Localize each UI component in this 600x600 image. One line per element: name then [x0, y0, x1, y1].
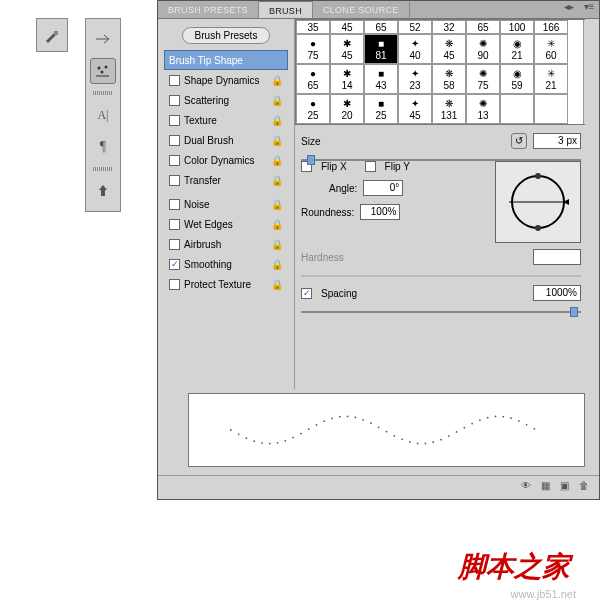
- brush-thumb[interactable]: ❋45: [432, 34, 466, 64]
- brush-thumb[interactable]: ■81: [364, 34, 398, 64]
- spacing-checkbox[interactable]: ✓: [301, 288, 312, 299]
- lock-icon[interactable]: 🔒: [271, 279, 283, 290]
- checkbox[interactable]: [169, 95, 180, 106]
- brush-thumb[interactable]: 35: [296, 20, 330, 34]
- svg-point-3: [101, 71, 104, 74]
- checkbox[interactable]: [169, 175, 180, 186]
- brush-thumb[interactable]: ■43: [364, 64, 398, 94]
- delete-icon[interactable]: 🗑: [579, 480, 589, 491]
- angle-dial[interactable]: [495, 161, 581, 243]
- lock-icon[interactable]: 🔒: [271, 239, 283, 250]
- brush-thumb[interactable]: 166: [534, 20, 568, 34]
- option-texture[interactable]: Texture🔒: [164, 110, 288, 130]
- panel-menu-icon[interactable]: ▾≡: [579, 1, 599, 18]
- checkbox[interactable]: [169, 219, 180, 230]
- lock-icon[interactable]: 🔒: [271, 95, 283, 106]
- lock-icon[interactable]: 🔒: [271, 175, 283, 186]
- brush-tool-icon[interactable]: [40, 23, 64, 47]
- svg-point-31: [401, 438, 403, 440]
- option-dual-brush[interactable]: Dual Brush🔒: [164, 130, 288, 150]
- checkbox[interactable]: [169, 135, 180, 146]
- opt-scatter-icon[interactable]: [90, 58, 116, 84]
- brush-thumb[interactable]: ■25: [364, 94, 398, 124]
- toggle-preview-icon[interactable]: 👁: [521, 480, 531, 491]
- lock-icon[interactable]: 🔒: [271, 135, 283, 146]
- svg-point-47: [526, 424, 528, 426]
- flip-y-checkbox[interactable]: [365, 161, 376, 172]
- option-shape-dynamics[interactable]: Shape Dynamics🔒: [164, 70, 288, 90]
- option-noise[interactable]: Noise🔒: [164, 194, 288, 214]
- lock-icon[interactable]: 🔒: [271, 115, 283, 126]
- opt-type-icon[interactable]: A|: [90, 102, 116, 128]
- scrollbar-thumb[interactable]: [586, 72, 596, 90]
- lock-icon[interactable]: 🔒: [271, 259, 283, 270]
- opt-reset-icon[interactable]: [90, 178, 116, 204]
- option-label: Wet Edges: [184, 219, 271, 230]
- lock-icon[interactable]: 🔒: [271, 199, 283, 210]
- brush-thumb[interactable]: ●75: [296, 34, 330, 64]
- brush-thumb[interactable]: ❋58: [432, 64, 466, 94]
- brush-thumb[interactable]: 65: [466, 20, 500, 34]
- brush-thumb[interactable]: ❋131: [432, 94, 466, 124]
- brush-thumb[interactable]: ✦45: [398, 94, 432, 124]
- brush-thumb[interactable]: ✺90: [466, 34, 500, 64]
- svg-point-12: [253, 440, 255, 442]
- option-brush-tip-shape[interactable]: Brush Tip Shape: [164, 50, 288, 70]
- brush-thumb[interactable]: ✱20: [330, 94, 364, 124]
- brush-thumb[interactable]: ◉59: [500, 64, 534, 94]
- opt-paragraph-icon[interactable]: ¶: [90, 134, 116, 160]
- brush-thumb[interactable]: ✳21: [534, 64, 568, 94]
- brush-presets-button[interactable]: Brush Presets: [182, 27, 271, 44]
- brush-thumb[interactable]: ✱14: [330, 64, 364, 94]
- tab-brush-presets[interactable]: BRUSH PRESETS: [158, 1, 259, 18]
- option-airbrush[interactable]: Airbrush🔒: [164, 234, 288, 254]
- brush-thumb[interactable]: ●25: [296, 94, 330, 124]
- lock-icon[interactable]: 🔒: [271, 155, 283, 166]
- brush-thumb[interactable]: ✦40: [398, 34, 432, 64]
- stroke-preview: [188, 393, 585, 467]
- reset-size-icon[interactable]: ↺: [511, 133, 527, 149]
- checkbox[interactable]: [169, 279, 180, 290]
- svg-point-34: [425, 443, 427, 445]
- hardness-input: [533, 249, 581, 265]
- spacing-input[interactable]: 1000%: [533, 285, 581, 301]
- brush-thumb[interactable]: 65: [364, 20, 398, 34]
- opt-flow-icon[interactable]: [90, 26, 116, 52]
- lock-icon[interactable]: 🔒: [271, 75, 283, 86]
- panel-collapse-icon[interactable]: ◂▸: [559, 1, 579, 18]
- checkbox[interactable]: ✓: [169, 259, 180, 270]
- brush-thumb[interactable]: 100: [500, 20, 534, 34]
- option-color-dynamics[interactable]: Color Dynamics🔒: [164, 150, 288, 170]
- checkbox[interactable]: [169, 199, 180, 210]
- svg-point-11: [246, 437, 248, 439]
- brush-thumb[interactable]: 45: [330, 20, 364, 34]
- brush-thumb[interactable]: ✳60: [534, 34, 568, 64]
- checkbox[interactable]: [169, 155, 180, 166]
- size-input[interactable]: 3 px: [533, 133, 581, 149]
- checkbox[interactable]: [169, 239, 180, 250]
- checkbox[interactable]: [169, 75, 180, 86]
- brush-thumb[interactable]: 32: [432, 20, 466, 34]
- lock-icon[interactable]: 🔒: [271, 219, 283, 230]
- option-wet-edges[interactable]: Wet Edges🔒: [164, 214, 288, 234]
- roundness-input[interactable]: 100%: [360, 204, 400, 220]
- tab-clone-source[interactable]: CLONE SOURCE: [313, 1, 410, 18]
- option-smoothing[interactable]: ✓Smoothing🔒: [164, 254, 288, 274]
- brush-thumb[interactable]: ●65: [296, 64, 330, 94]
- brush-thumb[interactable]: ✺13: [466, 94, 500, 124]
- option-transfer[interactable]: Transfer🔒: [164, 170, 288, 190]
- tab-brush[interactable]: BRUSH: [259, 1, 313, 18]
- checkbox[interactable]: [169, 115, 180, 126]
- create-icon[interactable]: ▣: [560, 480, 569, 491]
- option-protect-texture[interactable]: Protect Texture🔒: [164, 274, 288, 294]
- brush-thumb[interactable]: ◉21: [500, 34, 534, 64]
- brush-thumb[interactable]: ✺75: [466, 64, 500, 94]
- brush-thumb[interactable]: ✦23: [398, 64, 432, 94]
- angle-input[interactable]: 0°: [363, 180, 403, 196]
- option-scattering[interactable]: Scattering🔒: [164, 90, 288, 110]
- option-label: Texture: [184, 115, 271, 126]
- brush-thumb[interactable]: 52: [398, 20, 432, 34]
- brush-thumb[interactable]: ✱45: [330, 34, 364, 64]
- svg-point-16: [284, 440, 286, 442]
- new-preset-icon[interactable]: ▦: [541, 480, 550, 491]
